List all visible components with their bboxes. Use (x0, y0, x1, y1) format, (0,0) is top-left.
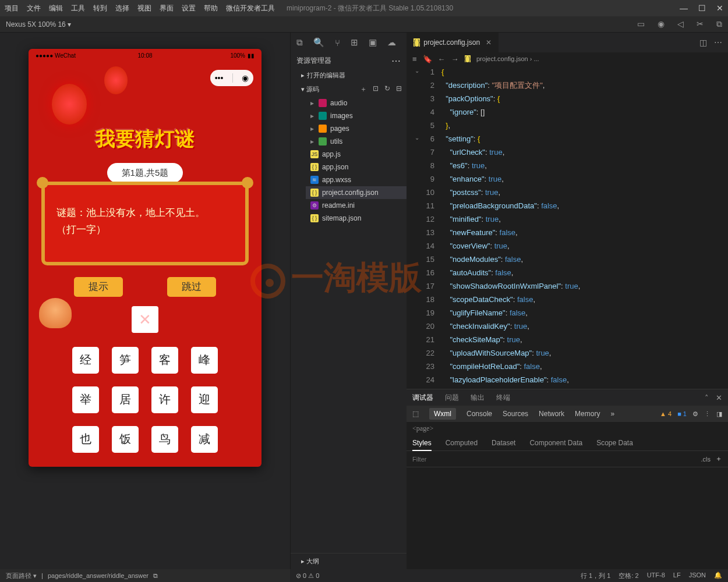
folder-item[interactable]: images (306, 109, 407, 122)
back-icon[interactable]: ← (438, 55, 446, 63)
problems-count[interactable]: ⊘ 0 ⚠ 0 (296, 572, 319, 580)
list-icon[interactable]: ≡ (412, 55, 417, 63)
choice-button[interactable]: 峰 (191, 347, 218, 374)
menu-item[interactable]: 转到 (93, 3, 107, 13)
device-icon[interactable]: ▭ (637, 19, 645, 29)
minimize-icon[interactable]: ― (680, 3, 688, 13)
encoding-label[interactable]: UTF-8 (647, 572, 665, 580)
debugger-tab[interactable]: 输出 (471, 393, 485, 403)
answer-slot[interactable] (132, 306, 158, 333)
search-icon[interactable]: 🔍 (313, 37, 324, 48)
chevron-up-icon[interactable]: ˄ (705, 393, 709, 402)
editor-tab[interactable]: { } project.config.json ✕ (407, 33, 499, 52)
branch-icon[interactable]: ⑂ (335, 38, 340, 48)
folder-item[interactable]: pages (306, 122, 407, 135)
new-file-icon[interactable]: ＋ (360, 84, 367, 94)
menu-item[interactable]: 选择 (115, 3, 129, 13)
mute-icon[interactable]: ◁ (677, 19, 684, 29)
close-icon[interactable]: ✕ (716, 393, 722, 402)
new-folder-icon[interactable]: ⊡ (373, 84, 379, 94)
file-item[interactable]: { }app.json (306, 161, 407, 173)
choice-button[interactable]: 鸟 (151, 426, 178, 453)
styles-tab[interactable]: Dataset (492, 439, 515, 447)
record-icon[interactable]: ◉ (658, 19, 665, 29)
cursor-position[interactable]: 行 1，列 1 (581, 572, 610, 580)
source-section[interactable]: ▾ 源码 ＋ ⊡ ↻ ⊟ (291, 82, 407, 97)
menu-item[interactable]: 界面 (160, 3, 174, 13)
menu-item[interactable]: 文件 (27, 3, 41, 13)
filter-input[interactable] (412, 456, 701, 463)
choice-button[interactable]: 举 (72, 386, 99, 413)
styles-tab[interactable]: Component Data (529, 439, 582, 447)
file-item[interactable]: ≋app.wxss (306, 173, 407, 186)
close-icon[interactable]: ✕ (716, 3, 723, 13)
more-tabs-icon[interactable]: » (610, 410, 614, 418)
indent-label[interactable]: 空格: 2 (619, 572, 638, 580)
styles-tab[interactable]: Styles (412, 439, 432, 451)
open-editors-section[interactable]: ▸ 打开的编辑器 (291, 69, 407, 82)
menu-item[interactable]: 工具 (71, 3, 85, 13)
cls-toggle[interactable]: .cls (701, 456, 711, 463)
debugger-tab[interactable]: 调试器 (412, 393, 433, 403)
styles-tab[interactable]: Scope Data (596, 439, 633, 447)
dock-icon[interactable]: ◨ (716, 410, 722, 418)
split-icon[interactable]: ◫ (699, 38, 707, 47)
breadcrumb-path[interactable]: project.config.json › ... (476, 55, 539, 62)
more-icon[interactable]: ⋯ (391, 55, 401, 66)
refresh-icon[interactable]: ↻ (384, 84, 390, 94)
menu-dots-icon[interactable]: ••• (215, 73, 224, 83)
capsule-button[interactable]: •••◉ (210, 70, 253, 86)
menu-item[interactable]: 微信开发者工具 (226, 3, 275, 13)
styles-tab[interactable]: Computed (446, 439, 478, 447)
tab-network[interactable]: Network (539, 410, 564, 418)
add-icon[interactable]: ＋ (715, 454, 722, 464)
choice-button[interactable]: 经 (72, 347, 99, 374)
debug-icon[interactable]: ▣ (369, 37, 377, 48)
collapse-icon[interactable]: ⊟ (396, 84, 402, 94)
skip-button[interactable]: 跳过 (167, 277, 216, 297)
gear-icon[interactable]: ⚙ (692, 410, 698, 418)
close-tab-icon[interactable]: ✕ (486, 38, 492, 47)
copy-icon[interactable]: ⧉ (716, 19, 722, 29)
menu-item[interactable]: 视图 (137, 3, 151, 13)
menu-item[interactable]: 项目 (5, 3, 19, 13)
choice-button[interactable]: 迎 (191, 386, 218, 413)
choice-button[interactable]: 许 (151, 386, 178, 413)
files-icon[interactable]: ⧉ (296, 37, 303, 48)
ext-icon[interactable]: ⊞ (351, 37, 358, 48)
page-path-label[interactable]: 页面路径 ▾ (6, 572, 37, 580)
file-item[interactable]: { }sitemap.json (306, 212, 407, 225)
file-item[interactable]: { }project.config.json (306, 186, 407, 199)
lang-label[interactable]: JSON (689, 572, 706, 580)
info-badge[interactable]: ■ 1 (677, 410, 687, 417)
tab-wxml[interactable]: Wxml (429, 408, 456, 420)
bell-icon[interactable]: 🔔 (714, 572, 722, 580)
tab-memory[interactable]: Memory (575, 410, 600, 418)
menu-item[interactable]: 编辑 (49, 3, 63, 13)
code-editor[interactable]: ⌄⌄ 1234567891011121314151617181920212223… (407, 65, 728, 389)
bookmark-icon[interactable]: 🔖 (423, 55, 432, 63)
choice-button[interactable]: 减 (191, 426, 218, 453)
file-item[interactable]: ⚙readme.ini (306, 199, 407, 212)
cut-icon[interactable]: ✂ (697, 19, 704, 29)
eol-label[interactable]: LF (673, 572, 681, 580)
copy-icon[interactable]: ⧉ (153, 572, 158, 580)
choice-button[interactable]: 居 (112, 386, 139, 413)
page-path[interactable]: pages/riddle_answer/riddle_answer (48, 572, 149, 579)
choice-button[interactable]: 饭 (112, 426, 139, 453)
warning-badge[interactable]: ▲ 4 (660, 410, 672, 417)
device-selector[interactable]: Nexus 5X 100% 16 ▾ (6, 20, 71, 29)
more-icon[interactable]: ⋯ (714, 38, 722, 47)
choice-button[interactable]: 客 (151, 347, 178, 374)
menu-item[interactable]: 设置 (182, 3, 196, 13)
outline-section[interactable]: ▸ 大纲 (291, 553, 407, 569)
folder-item[interactable]: audio (306, 97, 407, 109)
fwd-icon[interactable]: → (451, 55, 459, 63)
debugger-tab[interactable]: 终端 (496, 393, 510, 403)
choice-button[interactable]: 也 (72, 426, 99, 453)
folder-item[interactable]: utils (306, 135, 407, 148)
cloud-icon[interactable]: ☁ (387, 37, 396, 48)
inspect-icon[interactable]: ⬚ (412, 410, 419, 418)
menu-item[interactable]: 帮助 (204, 3, 218, 13)
more-icon[interactable]: ⋮ (704, 410, 711, 418)
